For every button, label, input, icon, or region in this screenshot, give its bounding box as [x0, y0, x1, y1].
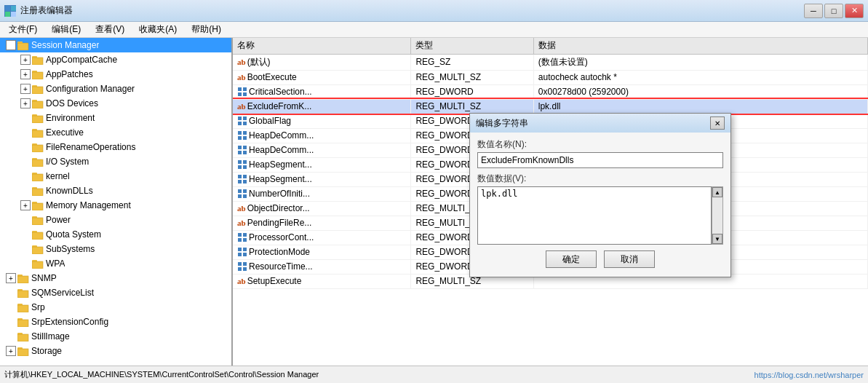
folder-icon: [32, 84, 44, 94]
svg-rect-72: [238, 92, 242, 96]
folder-icon: [32, 244, 44, 254]
tree-item-apppatches[interactable]: + AppPatches: [0, 67, 231, 82]
expand-icon[interactable]: +: [20, 69, 31, 79]
table-row[interactable]: abPendingFileRe...REG_MULTI_SZ\??\C:\Use…: [233, 216, 868, 230]
tree-item-environment[interactable]: Environment: [0, 111, 231, 125]
close-button[interactable]: ✕: [845, 4, 864, 18]
tree-item-wpa[interactable]: WPA: [0, 256, 231, 271]
expand-icon[interactable]: +: [20, 55, 31, 65]
table-row[interactable]: CriticalSection...REG_DWORD0x00278d00 (2…: [233, 84, 868, 99]
tree-item-srp[interactable]: Srp: [0, 300, 231, 315]
tree-item-knowndlls[interactable]: KnownDLLs: [0, 183, 231, 198]
maximize-button[interactable]: □: [824, 4, 843, 18]
registry-type-cell: REG_DWORD: [411, 114, 533, 128]
app-icon: [4, 5, 16, 17]
minimize-button[interactable]: ─: [804, 4, 823, 18]
svg-rect-83: [243, 146, 247, 149]
table-row[interactable]: ProcessorCont...REG_DWORD0x00000002: [233, 230, 868, 245]
registry-data-cell: lpk.dll: [533, 99, 867, 114]
registry-table: 名称 类型 数据 ab(默认)REG_SZ(数值未设置)abBootExecut…: [233, 38, 868, 289]
svg-rect-78: [238, 131, 242, 135]
tree-item-sqm[interactable]: SQMServiceList: [0, 285, 231, 300]
expand-icon[interactable]: +: [6, 273, 16, 283]
tree-item-storage[interactable]: + Storage: [0, 344, 231, 358]
tree-item-executive[interactable]: Executive: [0, 125, 231, 140]
svg-rect-3: [11, 12, 16, 17]
tree-item-label: DOS Devices: [46, 98, 98, 108]
table-row[interactable]: HeapSegment...REG_DWORD0x00000000: [233, 172, 868, 186]
svg-rect-70: [238, 87, 242, 91]
menu-file[interactable]: 文件(F): [3, 22, 43, 37]
tree-item-label: AppPatches: [46, 69, 93, 79]
tree-item-appcompatcache[interactable]: + AppCompatCache: [0, 52, 231, 67]
tree-item-quota[interactable]: Quota System: [0, 227, 231, 242]
registry-type-cell: REG_MULTI_SZ: [411, 201, 533, 216]
expand-icon[interactable]: +: [20, 84, 31, 94]
menu-view[interactable]: 查看(V): [89, 22, 130, 37]
svg-rect-91: [243, 175, 247, 178]
registry-data-cell: autocheck autochk *: [533, 70, 867, 84]
expand-icon[interactable]: +: [20, 98, 31, 108]
registry-data-cell: 0x00000002: [533, 230, 867, 245]
registry-type-cell: REG_DWORD: [411, 259, 533, 274]
expand-icon[interactable]: +: [20, 200, 31, 210]
svg-rect-76: [238, 122, 242, 125]
svg-rect-1: [11, 6, 16, 11]
tree-item-label: kernel: [46, 171, 70, 181]
svg-rect-95: [243, 189, 247, 193]
tree-item-memory-management[interactable]: + Memory Management: [0, 198, 231, 213]
tree-item-subsystems[interactable]: SubSystems: [0, 242, 231, 256]
svg-rect-96: [238, 194, 242, 198]
folder-icon: [17, 302, 29, 312]
registry-name-cell: abSetupExecute: [233, 274, 411, 288]
menu-edit[interactable]: 编辑(E): [46, 22, 87, 37]
svg-rect-105: [243, 253, 247, 256]
table-row[interactable]: HeapDeComm...REG_DWORD0x00000000: [233, 128, 868, 143]
table-row[interactable]: HeapSegment...REG_DWORD0x00000000: [233, 157, 868, 172]
table-row[interactable]: abBootExecuteREG_MULTI_SZautocheck autoc…: [233, 70, 868, 84]
tree-item-filerename[interactable]: FileRenameOperations: [0, 140, 231, 154]
registry-data-cell: \??\C:\Users: [533, 216, 867, 230]
tree-item-stillimage[interactable]: StillImage: [0, 329, 231, 344]
tree-item-dos-devices[interactable]: + DOS Devices: [0, 96, 231, 111]
tree-item-power[interactable]: Power: [0, 213, 231, 227]
svg-rect-88: [238, 165, 242, 169]
menu-favorites[interactable]: 收藏夹(A): [133, 22, 183, 37]
tree-item-label: Configuration Manager: [46, 84, 135, 94]
tree-item-label: Storage: [31, 346, 62, 356]
tree-item-srp-ext[interactable]: SrpExtensionConfig: [0, 315, 231, 329]
registry-name-cell: abObjectDirector...: [233, 201, 411, 216]
table-row[interactable]: abExcludeFromK...REG_MULTI_SZlpk.dll: [233, 99, 868, 114]
tree-item-configuration-manager[interactable]: + Configuration Manager: [0, 82, 231, 96]
table-row[interactable]: ab(默认)REG_SZ(数值未设置): [233, 54, 868, 70]
registry-panel[interactable]: 名称 类型 数据 ab(默认)REG_SZ(数值未设置)abBootExecut…: [233, 38, 868, 366]
tree-panel[interactable]: ▲ Session Manager + AppCompatCache +: [0, 38, 233, 366]
tree-item-iosystem[interactable]: I/O System: [0, 154, 231, 169]
expand-icon[interactable]: ▲: [6, 40, 16, 50]
registry-name-cell: ab(默认): [233, 54, 411, 70]
table-row[interactable]: HeapDeComm...REG_DWORD0x00000000: [233, 143, 868, 157]
folder-icon: [17, 40, 29, 50]
table-row[interactable]: abObjectDirector...REG_MULTI_SZ\Windows …: [233, 201, 868, 216]
tree-item-kernel[interactable]: kernel: [0, 169, 231, 183]
table-row[interactable]: GlobalFlagREG_DWORD0x00000000: [233, 114, 868, 128]
expand-icon[interactable]: +: [6, 346, 16, 356]
table-row[interactable]: NumberOfIniti...REG_DWORD0x00000002: [233, 186, 868, 201]
tree-item-session-manager[interactable]: ▲ Session Manager: [0, 38, 231, 52]
registry-name-cell: ProcessorCont...: [233, 230, 411, 245]
registry-type-cell: REG_MULTI_SZ: [411, 99, 533, 114]
menu-help[interactable]: 帮助(H): [186, 22, 227, 37]
tree-item-label: Executive: [46, 127, 84, 138]
table-row[interactable]: ResourceTime...REG_DWORD0x0009e340: [233, 259, 868, 274]
table-row[interactable]: ProtectionModeREG_DWORD0x00000001: [233, 245, 868, 259]
svg-rect-75: [243, 117, 247, 120]
window-controls: ─ □ ✕: [804, 4, 864, 18]
table-row[interactable]: abSetupExecuteREG_MULTI_SZ: [233, 274, 868, 288]
folder-icon: [17, 331, 29, 341]
registry-name-cell: abBootExecute: [233, 70, 411, 84]
registry-type-cell: REG_DWORD: [411, 143, 533, 157]
registry-type-cell: REG_DWORD: [411, 157, 533, 172]
folder-icon: [32, 127, 44, 138]
tree-item-label: Power: [46, 215, 71, 225]
tree-item-snmp[interactable]: + SNMP: [0, 271, 231, 285]
